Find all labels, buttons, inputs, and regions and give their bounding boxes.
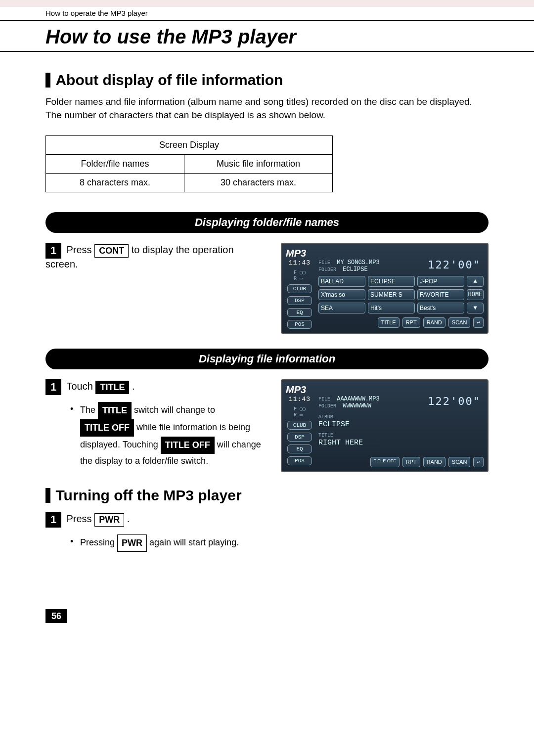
table-col1-value: 8 characters max.	[46, 174, 184, 192]
table-col2-value: 30 characters max.	[184, 174, 333, 192]
section-accent	[45, 73, 50, 88]
rand-button[interactable]: RAND	[423, 317, 445, 328]
scan-button[interactable]: SCAN	[448, 317, 471, 328]
turn-off-heading: Turning off the MP3 player	[55, 487, 241, 504]
file-label: FILE	[318, 397, 330, 402]
folder-item[interactable]: Hit's	[368, 303, 415, 313]
folder-label: FOLDER	[318, 267, 336, 272]
title-off-button[interactable]: TITLE OFF	[161, 437, 215, 454]
pill-file-info: Displaying file information	[45, 349, 489, 369]
step-text: Touch TITLE .	[66, 381, 134, 392]
club-button[interactable]: CLUB	[287, 421, 312, 430]
home-button[interactable]: HOME	[467, 289, 484, 300]
step-row: 1 Press CONT to display the operation sc…	[45, 243, 266, 270]
t: Pressing	[80, 537, 117, 547]
step-row: 1 Touch TITLE .	[45, 379, 266, 395]
step-prefix: Touch	[66, 381, 95, 392]
eq-button[interactable]: EQ	[287, 445, 312, 453]
title-off-button[interactable]: TITLE OFF	[370, 457, 400, 467]
title-label: TITLE	[318, 433, 333, 438]
screen-file-info-view: MP3 122'00" 11:43 F ▢▢R ▭ CLUB DSP EQ PO…	[281, 379, 489, 472]
pill-folder-names: Displaying folder/file names	[45, 212, 489, 233]
step-suffix: .	[132, 381, 135, 392]
folder-item[interactable]: J-POP	[417, 276, 464, 287]
pos-button[interactable]: POS	[287, 320, 312, 329]
t: The	[80, 405, 98, 415]
return-icon[interactable]: ↩	[473, 457, 484, 467]
step-prefix: Press	[66, 513, 94, 524]
file-label: FILE	[318, 260, 330, 266]
scroll-up-button[interactable]: ▲	[467, 276, 484, 287]
return-icon[interactable]: ↩	[473, 317, 484, 328]
folder-label: FOLDER	[318, 403, 336, 409]
about-heading: About display of file information	[55, 72, 283, 89]
t: again will start playing.	[149, 537, 239, 547]
screen-duration: 122'00"	[428, 259, 481, 271]
title-touch-button[interactable]: TITLE	[95, 381, 129, 394]
screen-folder-view: MP3 122'00" 11:43 F ▢▢R ▭ CLUB DSP EQ PO…	[281, 243, 489, 334]
scan-button[interactable]: SCAN	[448, 457, 471, 467]
page-title: How to use the MP3 player	[0, 21, 534, 52]
dsp-button[interactable]: DSP	[287, 433, 312, 442]
pwr-button[interactable]: PWR	[117, 534, 147, 552]
section-turn-off: Turning off the MP3 player 1 Press PWR .…	[45, 487, 489, 552]
step-text: Press CONT to display the operation scre…	[45, 244, 234, 269]
folder-item[interactable]: BALLAD	[318, 276, 365, 287]
char-limit-table: Screen Display Folder/file names Music f…	[45, 135, 333, 192]
channel-icon: F ▢▢R ▭	[294, 269, 306, 281]
screen-duration: 122'00"	[428, 395, 481, 407]
eq-button[interactable]: EQ	[287, 308, 312, 317]
section-accent	[45, 488, 50, 503]
album-label: ALBUM	[318, 414, 333, 420]
pwr-button[interactable]: PWR	[94, 513, 124, 527]
rpt-button[interactable]: RPT	[402, 317, 420, 328]
bullet-icon: •	[70, 534, 80, 552]
album-value: ECLIPSE	[318, 420, 484, 429]
folder-value: ECLIPSE	[343, 266, 367, 273]
t: switch will change to	[134, 405, 215, 415]
file-value: AAAAWWWW.MP3	[337, 396, 379, 402]
cont-button[interactable]: CONT	[94, 244, 129, 258]
step-suffix: .	[127, 513, 130, 524]
title-button[interactable]: TITLE	[378, 317, 400, 328]
title-value: RIGHT HERE	[318, 439, 484, 447]
table-col1-header: Folder/file names	[46, 155, 184, 174]
folder-item[interactable]: SUMMER S	[368, 289, 415, 300]
bullet-icon: •	[70, 402, 80, 468]
club-button[interactable]: CLUB	[287, 284, 312, 293]
step-prefix: Press	[66, 244, 94, 255]
step-number: 1	[45, 379, 61, 395]
top-strip	[0, 0, 534, 7]
folder-value: WWWWWWWW	[343, 402, 371, 409]
step-text: Press PWR .	[66, 513, 130, 524]
pos-button[interactable]: POS	[287, 456, 312, 465]
breadcrumb: How to operate the MP3 player	[0, 7, 534, 21]
about-body: Folder names and file information (album…	[45, 95, 489, 122]
step-number: 1	[45, 512, 61, 528]
folder-item[interactable]: FAVORITE	[417, 289, 464, 300]
channel-icon: F ▢▢R ▭	[294, 406, 306, 418]
rand-button[interactable]: RAND	[423, 457, 445, 467]
folder-item[interactable]: Best's	[417, 303, 464, 313]
rpt-button[interactable]: RPT	[402, 457, 420, 467]
folder-item[interactable]: X'mas so	[318, 289, 365, 300]
bullet-text: Pressing PWR again will start playing.	[80, 534, 239, 552]
title-label-button[interactable]: TITLE	[98, 402, 132, 419]
section-about: About display of file information Folder…	[45, 72, 489, 192]
page-number: 56	[45, 609, 67, 623]
bullet-text: The TITLE switch will change to TITLE OF…	[80, 402, 266, 468]
dsp-button[interactable]: DSP	[287, 296, 312, 305]
file-value: MY SONGS.MP3	[337, 259, 379, 266]
table-header-merged: Screen Display	[46, 136, 333, 155]
screen-clock: 11:43	[289, 396, 311, 403]
screen-clock: 11:43	[289, 259, 311, 267]
table-col2-header: Music file information	[184, 155, 333, 174]
screen-mode-label: MP3	[286, 248, 484, 259]
scroll-down-button[interactable]: ▼	[467, 303, 484, 313]
screen-mode-label: MP3	[286, 384, 484, 396]
folder-item[interactable]: ECLIPSE	[368, 276, 415, 287]
folder-item[interactable]: SEA	[318, 303, 365, 313]
step-number: 1	[45, 243, 61, 259]
title-off-button[interactable]: TITLE OFF	[80, 419, 134, 437]
